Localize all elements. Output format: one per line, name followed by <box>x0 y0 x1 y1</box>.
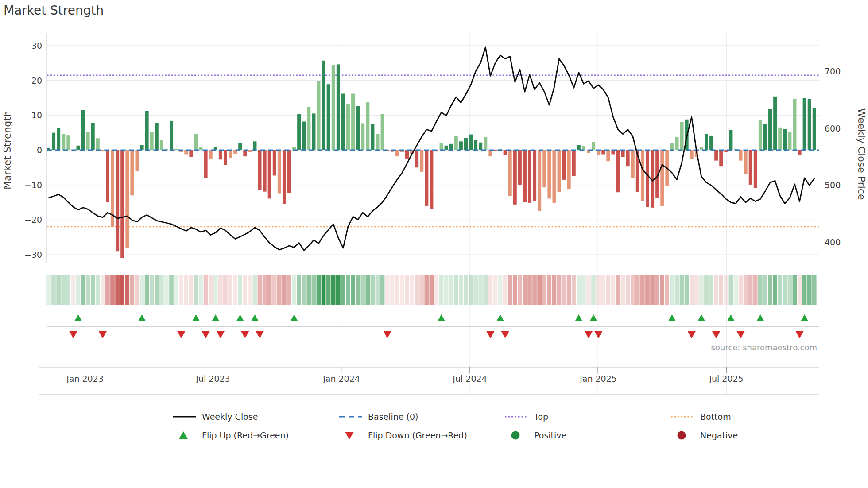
strip-cell <box>76 275 81 305</box>
strength-bar <box>440 143 443 150</box>
flip-down-marker <box>712 331 720 338</box>
strength-bar <box>567 150 571 189</box>
strength-bar <box>641 150 644 201</box>
y-left-tick-m10: −10 <box>24 180 42 190</box>
lower-lanes-layer <box>39 326 819 394</box>
strength-bar <box>268 150 271 198</box>
strip-cell <box>586 275 591 305</box>
strength-bar <box>145 111 149 150</box>
strength-bar <box>332 65 335 150</box>
strip-cell <box>395 275 399 305</box>
strip-cell <box>748 275 753 305</box>
strip-cell <box>640 275 645 305</box>
strip-cell <box>547 275 551 305</box>
strength-bar <box>150 132 154 150</box>
positive-dot-icon <box>512 431 520 440</box>
strength-bar <box>749 150 752 185</box>
strip-cell <box>184 275 188 305</box>
strip-cell <box>400 275 404 305</box>
strength-bar <box>763 124 767 150</box>
strip-cell <box>317 275 321 305</box>
strip-cell <box>454 275 458 305</box>
strength-bar <box>660 150 664 206</box>
strip-cell <box>601 275 605 305</box>
x-tick-jan-2023: Jan 2023 <box>66 374 104 383</box>
strength-bar <box>199 147 203 150</box>
x-tick-jul-2024: Jul 2024 <box>452 374 487 383</box>
strip-cell <box>150 275 154 305</box>
y-left-axis-label: Market Strength <box>2 111 13 190</box>
strip-cell <box>798 275 802 305</box>
strip-cell <box>277 275 282 305</box>
strip-cell <box>125 275 129 305</box>
strip-cell <box>650 275 655 305</box>
strength-bar <box>488 150 492 156</box>
strength-bar <box>646 150 649 207</box>
strength-bar <box>592 142 595 150</box>
strip-cell <box>179 275 183 305</box>
strength-bar <box>312 113 315 150</box>
strip-cell <box>655 275 659 305</box>
strip-cell <box>287 275 291 305</box>
strip-cell <box>243 275 247 305</box>
strip-cell <box>464 275 468 305</box>
strip-cell <box>174 275 178 305</box>
legend-bottom: Bottom <box>700 412 731 422</box>
strip-cell <box>680 275 684 305</box>
flip-down-marker <box>501 331 509 338</box>
strip-cell <box>248 275 252 305</box>
strength-bar <box>91 123 95 150</box>
strip-cell <box>424 275 429 305</box>
strip-cell <box>621 275 625 305</box>
strip-cell <box>120 275 124 305</box>
y-left-tick-10: 10 <box>31 110 42 120</box>
strength-bar <box>430 150 433 209</box>
strip-cell <box>631 275 635 305</box>
strength-bar <box>469 135 473 150</box>
strip-cell <box>380 275 385 305</box>
strip-cell <box>665 275 669 305</box>
strip-cell <box>356 275 360 305</box>
strength-bar <box>719 150 723 166</box>
strength-bar <box>518 150 522 185</box>
strip-cell <box>444 275 449 305</box>
x-tick-jul-2023: Jul 2023 <box>195 374 230 383</box>
strength-bar <box>528 150 531 203</box>
strength-bar <box>125 150 129 248</box>
flip-down-marker <box>737 331 745 338</box>
strip-cell <box>768 275 772 305</box>
strength-bar <box>120 150 124 258</box>
strip-cell <box>434 275 439 305</box>
strength-bar <box>52 133 55 150</box>
strength-bar <box>351 94 355 150</box>
strip-cell <box>365 275 370 305</box>
strength-bar <box>170 121 173 150</box>
strength-bar <box>317 81 321 150</box>
strength-bar <box>376 134 379 150</box>
legend-top: Top <box>534 412 548 422</box>
strip-cell <box>591 275 596 305</box>
strip-cell <box>336 275 341 305</box>
strip-cell <box>233 275 237 305</box>
flip-up-marker <box>801 314 809 321</box>
strip-cell <box>96 275 100 305</box>
strip-cell <box>493 275 498 305</box>
strength-bar <box>297 114 301 150</box>
strip-cell <box>744 275 748 305</box>
strip-cell <box>572 275 576 305</box>
strength-bar <box>243 150 247 156</box>
flip-down-marker <box>177 331 185 338</box>
strength-bar <box>346 104 350 150</box>
strip-cell <box>272 275 277 305</box>
strength-bar <box>209 150 213 159</box>
strength-bar <box>106 150 109 202</box>
strength-bar <box>140 145 144 150</box>
strength-bar <box>66 135 70 150</box>
strip-cell <box>360 275 365 305</box>
strip-cell <box>812 275 817 305</box>
strip-cell <box>690 275 694 305</box>
strength-bar <box>729 130 732 150</box>
strip-cell <box>306 275 311 305</box>
strip-cell <box>773 275 777 305</box>
strip-cell <box>469 275 473 305</box>
